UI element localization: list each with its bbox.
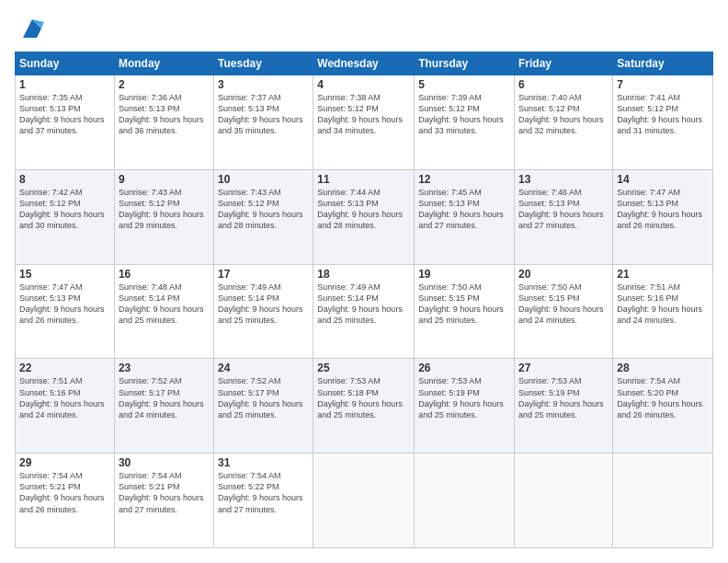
calendar-cell: 7 Sunrise: 7:41 AMSunset: 5:12 PMDayligh…: [613, 75, 713, 170]
day-number: 28: [617, 362, 709, 374]
day-info: Sunrise: 7:53 AMSunset: 5:18 PMDaylight:…: [317, 375, 410, 420]
day-info: Sunrise: 7:37 AMSunset: 5:13 PMDaylight:…: [218, 92, 309, 137]
day-info: Sunrise: 7:47 AMSunset: 5:13 PMDaylight:…: [617, 187, 709, 232]
calendar-table: SundayMondayTuesdayWednesdayThursdayFrid…: [15, 52, 713, 548]
day-number: 9: [119, 173, 210, 186]
calendar-cell: 14 Sunrise: 7:47 AMSunset: 5:13 PMDaylig…: [613, 169, 713, 264]
logo: [15, 15, 46, 42]
calendar-cell: 16 Sunrise: 7:48 AMSunset: 5:14 PMDaylig…: [114, 264, 213, 359]
day-info: Sunrise: 7:49 AMSunset: 5:14 PMDaylight:…: [317, 282, 410, 327]
day-info: Sunrise: 7:52 AMSunset: 5:17 PMDaylight:…: [119, 375, 210, 420]
day-number: 19: [418, 268, 510, 281]
calendar-cell: 22 Sunrise: 7:51 AMSunset: 5:16 PMDaylig…: [16, 359, 115, 454]
day-number: 30: [119, 456, 210, 469]
day-info: Sunrise: 7:36 AMSunset: 5:13 PMDaylight:…: [119, 92, 210, 137]
calendar-cell: 31 Sunrise: 7:54 AMSunset: 5:22 PMDaylig…: [214, 454, 313, 548]
logo-icon: [18, 15, 46, 42]
day-number: 8: [19, 173, 110, 186]
day-info: Sunrise: 7:54 AMSunset: 5:21 PMDaylight:…: [119, 470, 210, 515]
calendar-cell: 15 Sunrise: 7:47 AMSunset: 5:13 PMDaylig…: [16, 264, 115, 359]
calendar-cell: 13 Sunrise: 7:46 AMSunset: 5:13 PMDaylig…: [515, 169, 613, 264]
day-number: 21: [617, 268, 709, 281]
calendar-cell: 9 Sunrise: 7:43 AMSunset: 5:12 PMDayligh…: [114, 169, 213, 264]
page: SundayMondayTuesdayWednesdayThursdayFrid…: [0, 0, 728, 563]
day-info: Sunrise: 7:40 AMSunset: 5:12 PMDaylight:…: [518, 92, 609, 137]
day-info: Sunrise: 7:51 AMSunset: 5:16 PMDaylight:…: [617, 282, 709, 327]
day-info: Sunrise: 7:47 AMSunset: 5:13 PMDaylight:…: [19, 282, 110, 327]
calendar-cell: 10 Sunrise: 7:43 AMSunset: 5:12 PMDaylig…: [214, 169, 313, 264]
day-number: 27: [518, 362, 609, 374]
day-number: 10: [218, 173, 309, 186]
calendar-cell: 20 Sunrise: 7:50 AMSunset: 5:15 PMDaylig…: [515, 264, 613, 359]
calendar-cell: 11 Sunrise: 7:44 AMSunset: 5:13 PMDaylig…: [313, 169, 415, 264]
calendar-cell: 18 Sunrise: 7:49 AMSunset: 5:14 PMDaylig…: [313, 264, 415, 359]
day-number: 18: [317, 268, 410, 281]
day-info: Sunrise: 7:45 AMSunset: 5:13 PMDaylight:…: [418, 187, 510, 232]
calendar-cell: 8 Sunrise: 7:42 AMSunset: 5:12 PMDayligh…: [16, 169, 115, 264]
day-number: 3: [218, 78, 309, 91]
calendar-cell: 27 Sunrise: 7:53 AMSunset: 5:19 PMDaylig…: [515, 359, 613, 454]
calendar-cell: 12 Sunrise: 7:45 AMSunset: 5:13 PMDaylig…: [415, 169, 515, 264]
day-number: 5: [418, 78, 510, 91]
day-info: Sunrise: 7:46 AMSunset: 5:13 PMDaylight:…: [518, 187, 609, 232]
calendar-cell: 5 Sunrise: 7:39 AMSunset: 5:12 PMDayligh…: [415, 75, 515, 170]
calendar-cell: [515, 454, 613, 548]
day-info: Sunrise: 7:53 AMSunset: 5:19 PMDaylight:…: [418, 375, 510, 420]
header: [15, 15, 713, 42]
day-number: 17: [218, 268, 309, 281]
day-info: Sunrise: 7:41 AMSunset: 5:12 PMDaylight:…: [617, 92, 709, 137]
weekday-tuesday: Tuesday: [214, 52, 313, 75]
week-row-2: 8 Sunrise: 7:42 AMSunset: 5:12 PMDayligh…: [16, 169, 713, 264]
day-number: 26: [418, 362, 510, 374]
weekday-friday: Friday: [515, 52, 613, 75]
day-info: Sunrise: 7:39 AMSunset: 5:12 PMDaylight:…: [418, 92, 510, 137]
day-info: Sunrise: 7:38 AMSunset: 5:12 PMDaylight:…: [317, 92, 410, 137]
day-number: 7: [617, 78, 709, 91]
weekday-sunday: Sunday: [16, 52, 115, 75]
day-info: Sunrise: 7:54 AMSunset: 5:21 PMDaylight:…: [19, 470, 110, 515]
calendar-cell: 30 Sunrise: 7:54 AMSunset: 5:21 PMDaylig…: [114, 454, 213, 548]
calendar-cell: 25 Sunrise: 7:53 AMSunset: 5:18 PMDaylig…: [313, 359, 415, 454]
day-info: Sunrise: 7:54 AMSunset: 5:22 PMDaylight:…: [218, 470, 309, 515]
day-number: 2: [119, 78, 210, 91]
day-info: Sunrise: 7:50 AMSunset: 5:15 PMDaylight:…: [418, 282, 510, 327]
calendar-cell: [313, 454, 415, 548]
day-number: 25: [317, 362, 410, 374]
day-number: 11: [317, 173, 410, 186]
day-number: 14: [617, 173, 709, 186]
day-number: 20: [518, 268, 609, 281]
week-row-1: 1 Sunrise: 7:35 AMSunset: 5:13 PMDayligh…: [16, 75, 713, 170]
calendar-cell: 4 Sunrise: 7:38 AMSunset: 5:12 PMDayligh…: [313, 75, 415, 170]
day-info: Sunrise: 7:50 AMSunset: 5:15 PMDaylight:…: [518, 282, 609, 327]
calendar-cell: [415, 454, 515, 548]
calendar-cell: 19 Sunrise: 7:50 AMSunset: 5:15 PMDaylig…: [415, 264, 515, 359]
day-number: 1: [19, 78, 110, 91]
week-row-4: 22 Sunrise: 7:51 AMSunset: 5:16 PMDaylig…: [16, 359, 713, 454]
day-number: 24: [218, 362, 309, 374]
calendar-cell: 3 Sunrise: 7:37 AMSunset: 5:13 PMDayligh…: [214, 75, 313, 170]
day-info: Sunrise: 7:53 AMSunset: 5:19 PMDaylight:…: [518, 375, 609, 420]
day-number: 15: [19, 268, 110, 281]
weekday-monday: Monday: [114, 52, 213, 75]
day-number: 22: [19, 362, 110, 374]
day-info: Sunrise: 7:51 AMSunset: 5:16 PMDaylight:…: [19, 375, 110, 420]
weekday-wednesday: Wednesday: [313, 52, 415, 75]
calendar-cell: 29 Sunrise: 7:54 AMSunset: 5:21 PMDaylig…: [16, 454, 115, 548]
day-number: 13: [518, 173, 609, 186]
day-info: Sunrise: 7:44 AMSunset: 5:13 PMDaylight:…: [317, 187, 410, 232]
week-row-5: 29 Sunrise: 7:54 AMSunset: 5:21 PMDaylig…: [16, 454, 713, 548]
calendar-cell: 23 Sunrise: 7:52 AMSunset: 5:17 PMDaylig…: [114, 359, 213, 454]
day-number: 4: [317, 78, 410, 91]
calendar-cell: 28 Sunrise: 7:54 AMSunset: 5:20 PMDaylig…: [613, 359, 713, 454]
calendar-cell: 6 Sunrise: 7:40 AMSunset: 5:12 PMDayligh…: [515, 75, 613, 170]
calendar-cell: 1 Sunrise: 7:35 AMSunset: 5:13 PMDayligh…: [16, 75, 115, 170]
day-number: 23: [119, 362, 210, 374]
day-number: 29: [19, 456, 110, 469]
day-info: Sunrise: 7:35 AMSunset: 5:13 PMDaylight:…: [19, 92, 110, 137]
day-info: Sunrise: 7:42 AMSunset: 5:12 PMDaylight:…: [19, 187, 110, 232]
day-info: Sunrise: 7:48 AMSunset: 5:14 PMDaylight:…: [119, 282, 210, 327]
weekday-saturday: Saturday: [613, 52, 713, 75]
weekday-thursday: Thursday: [415, 52, 515, 75]
calendar-cell: 26 Sunrise: 7:53 AMSunset: 5:19 PMDaylig…: [415, 359, 515, 454]
calendar-cell: 17 Sunrise: 7:49 AMSunset: 5:14 PMDaylig…: [214, 264, 313, 359]
